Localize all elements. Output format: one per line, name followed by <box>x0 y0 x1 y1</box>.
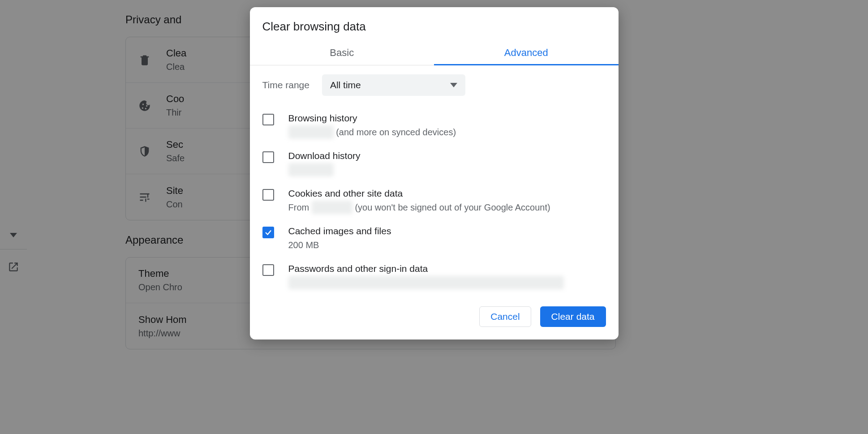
option-download-history: Download history xx xxx xxxx <box>262 145 606 183</box>
option-cached-images: Cached images and files 200 MB <box>262 220 606 258</box>
option-sub: xx xxx xxxx <box>288 163 361 176</box>
time-range-select[interactable]: All time <box>322 74 465 96</box>
option-title: Cached images and files <box>288 226 391 236</box>
clear-data-button[interactable]: Clear data <box>540 306 606 327</box>
option-title: Passwords and other sign-in data <box>288 263 564 274</box>
caret-down-icon <box>450 83 457 87</box>
checkbox-cached-images[interactable] <box>262 227 274 238</box>
option-sub: xx xxx xxxx (and more on synced devices) <box>288 125 456 139</box>
option-passwords: Passwords and other sign-in data xxx xxx… <box>262 258 606 296</box>
tab-advanced[interactable]: Advanced <box>434 44 619 65</box>
option-sub: 200 MB <box>288 238 391 252</box>
checkbox-browsing-history[interactable] <box>262 114 274 125</box>
time-range-label: Time range <box>262 80 309 90</box>
dialog-tabs: Basic Advanced <box>250 44 619 65</box>
checkbox-download-history[interactable] <box>262 151 274 163</box>
option-title: Cookies and other site data <box>288 188 550 199</box>
option-title: Download history <box>288 150 361 161</box>
tab-basic[interactable]: Basic <box>250 44 434 65</box>
clear-browsing-data-dialog: Clear browsing data Basic Advanced Time … <box>250 7 619 339</box>
option-browsing-history: Browsing history xx xxx xxxx (and more o… <box>262 107 606 145</box>
option-sub: xxx xxxxxxxxx xxx xxxxxxxxxxxxx xxx xxxx… <box>288 276 564 289</box>
dialog-title: Clear browsing data <box>250 7 619 44</box>
option-cookies: Cookies and other site data From xx xx x… <box>262 183 606 220</box>
checkbox-cookies[interactable] <box>262 189 274 201</box>
modal-overlay: Clear browsing data Basic Advanced Time … <box>0 0 868 434</box>
checkbox-passwords[interactable] <box>262 264 274 276</box>
option-title: Browsing history <box>288 113 456 124</box>
time-range-value: All time <box>330 80 361 90</box>
option-sub: From xx xx xxxx (you won't be signed out… <box>288 201 550 214</box>
cancel-button[interactable]: Cancel <box>479 306 531 327</box>
